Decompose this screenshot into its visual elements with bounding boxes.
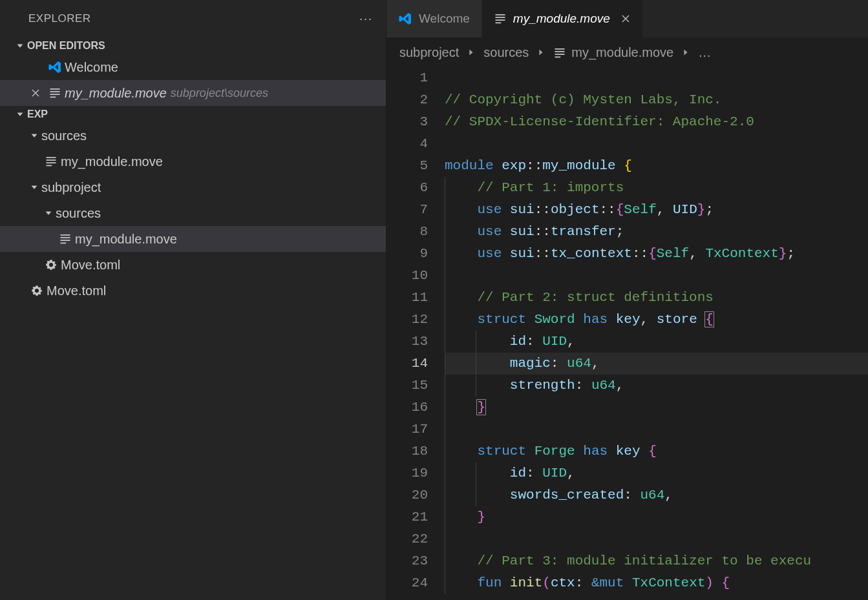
folder-item[interactable]: sources <box>0 200 386 226</box>
code-token: : <box>575 575 591 590</box>
indent-guide <box>445 243 445 265</box>
code-token: struct <box>477 444 526 459</box>
open-editor-item[interactable]: my_module.movesubproject\sources <box>0 80 386 106</box>
editor-tab[interactable]: my_module.move <box>482 0 643 37</box>
code-line[interactable]: id: UID, <box>445 462 868 484</box>
code-line[interactable]: // Part 2: struct definitions <box>445 287 868 309</box>
close-icon[interactable] <box>620 14 631 24</box>
code-line[interactable]: } <box>445 397 868 419</box>
chevron-down-icon <box>13 110 27 119</box>
indent-guide <box>445 265 445 287</box>
code-token: :: <box>535 202 551 217</box>
code-token: strength <box>510 378 575 393</box>
code-token: } <box>477 510 485 524</box>
editor-tab[interactable]: Welcome <box>386 0 482 37</box>
breadcrumb-segment[interactable]: sources <box>483 45 529 60</box>
folder-item[interactable]: subproject <box>0 174 386 200</box>
code-token <box>502 575 510 590</box>
indent-guide <box>445 419 445 440</box>
open-editors-section-header[interactable]: OPEN EDITORS <box>0 37 386 54</box>
code-line[interactable]: strength: u64, <box>445 375 868 397</box>
code-token: , <box>567 466 575 481</box>
open-editor-label: my_module.move <box>65 86 167 101</box>
breadcrumb-segment[interactable]: my_module.move <box>553 45 673 60</box>
code-token: :: <box>632 246 648 261</box>
code-line[interactable] <box>445 528 868 550</box>
code-token: , <box>616 378 624 393</box>
code-token: :: <box>535 224 551 239</box>
folder-item[interactable]: sources <box>0 123 386 149</box>
file-item[interactable]: Move.toml <box>0 278 386 304</box>
code-line[interactable]: use sui::object::{Self, UID}; <box>445 199 868 221</box>
line-number: 2 <box>386 89 428 111</box>
code-line[interactable]: id: UID, <box>445 331 868 353</box>
open-editor-item[interactable]: Welcome <box>0 54 386 80</box>
code-token: Self <box>624 202 656 217</box>
code-line[interactable]: use sui::tx_context::{Self, TxContext}; <box>445 243 868 265</box>
file-item[interactable]: my_module.move <box>0 149 386 174</box>
code-token <box>502 224 510 239</box>
tab-label: Welcome <box>419 12 470 26</box>
file-item[interactable]: my_module.move <box>0 226 386 252</box>
file-label: Move.toml <box>47 284 106 298</box>
code-line[interactable]: struct Forge has key { <box>445 440 868 462</box>
code-token: ) <box>705 575 714 590</box>
code-token: ( <box>542 575 551 590</box>
explorer-more-icon[interactable]: ··· <box>359 12 373 26</box>
close-icon[interactable] <box>26 88 45 98</box>
line-number: 18 <box>386 440 428 462</box>
code-token: u64 <box>640 488 664 502</box>
code-token: id <box>510 334 526 349</box>
project-section-header[interactable]: EXP <box>0 106 386 123</box>
indent-guide <box>476 375 476 397</box>
code-line[interactable]: // SPDX-License-Identifier: Apache-2.0 <box>445 111 868 133</box>
line-number: 6 <box>386 177 428 199</box>
code-token <box>608 444 616 459</box>
code-line[interactable]: struct Sword has key, store { <box>445 309 868 331</box>
code-line[interactable]: // Part 3: module initializer to be exec… <box>445 550 868 572</box>
line-number: 1 <box>386 67 428 89</box>
code-line[interactable] <box>445 419 868 440</box>
code-token: : <box>526 466 542 481</box>
code-line[interactable]: magic: u64, <box>445 353 868 375</box>
code-line[interactable] <box>445 265 868 287</box>
code-token: &mut <box>591 575 624 590</box>
code-line[interactable]: } <box>445 506 868 528</box>
line-number: 5 <box>386 155 428 177</box>
line-number: 16 <box>386 397 428 419</box>
breadcrumbs[interactable]: subprojectsourcesmy_module.move… <box>386 37 868 67</box>
code-line[interactable]: use sui::transfer; <box>445 221 868 243</box>
breadcrumb-segment[interactable]: subproject <box>399 45 459 60</box>
code-token: : <box>575 378 591 393</box>
code-token: :: <box>526 158 542 173</box>
code-body[interactable]: // Copyright (c) Mysten Labs, Inc.// SPD… <box>445 67 868 600</box>
explorer-header: EXPLORER ··· <box>0 0 386 37</box>
code-token: ; <box>705 202 714 217</box>
line-number: 19 <box>386 462 428 484</box>
indent-guide <box>445 221 445 243</box>
code-token: use <box>477 246 502 261</box>
code-token: store <box>657 312 697 327</box>
indent-guide <box>445 550 445 572</box>
code-token <box>624 575 632 590</box>
code-line[interactable]: // Copyright (c) Mysten Labs, Inc. <box>445 89 868 111</box>
code-line[interactable]: module exp::my_module { <box>445 155 868 177</box>
breadcrumb-more[interactable]: … <box>698 45 711 60</box>
explorer-sidebar: EXPLORER ··· OPEN EDITORS Welcomemy_modu… <box>0 0 386 600</box>
code-line[interactable]: // Part 1: imports <box>445 177 868 199</box>
code-token: object <box>551 202 600 217</box>
gear-icon <box>41 258 61 271</box>
code-line[interactable]: swords_created: u64, <box>445 484 868 506</box>
file-item[interactable]: Move.toml <box>0 252 386 278</box>
code-editor[interactable]: 123456789101112131415161718192021222324 … <box>386 67 868 600</box>
code-token: exp <box>502 158 526 173</box>
code-token: sui <box>510 246 535 261</box>
code-line[interactable]: fun init(ctx: &mut TxContext) { <box>445 572 868 594</box>
tab-label: my_module.move <box>513 12 610 26</box>
code-line[interactable] <box>445 67 868 89</box>
code-token: : <box>624 488 640 502</box>
code-line[interactable] <box>445 133 868 155</box>
indent-guide <box>445 397 445 419</box>
code-token <box>640 444 649 459</box>
chevron-right-icon <box>536 48 545 57</box>
